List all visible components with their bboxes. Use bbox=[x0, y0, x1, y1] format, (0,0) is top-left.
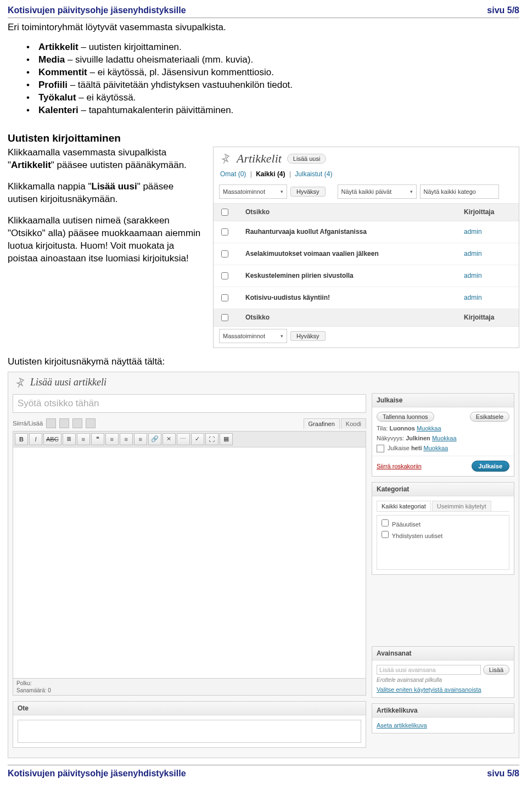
edit-schedule-link[interactable]: Muokkaa bbox=[424, 445, 448, 451]
strikethrough-button[interactable]: ABC bbox=[43, 433, 61, 445]
footer-page-number: sivu 5/8 bbox=[487, 769, 519, 779]
table-row: Rauhanturvaaja kuollut Afganistanissa ad… bbox=[214, 221, 519, 243]
publish-metabox: Julkaise Tallenna luonnos Esikatsele Til… bbox=[372, 393, 514, 477]
date-filter-select[interactable]: Näytä kaikki päivät▾ bbox=[338, 184, 417, 199]
apply-button-bottom[interactable]: Hyväksy bbox=[290, 331, 326, 341]
post-title-link[interactable]: Kotisivu-uudistus käyntiin! bbox=[245, 294, 330, 301]
tags-heading[interactable]: Avainsanat bbox=[372, 647, 514, 660]
categories-tab-all[interactable]: Kaikki kategoriat bbox=[377, 501, 431, 511]
publish-heading[interactable]: Julkaise bbox=[372, 394, 514, 407]
categories-list: Pääuutiset Yhdistysten uutiset bbox=[377, 515, 509, 570]
row-checkbox[interactable] bbox=[221, 294, 228, 301]
numbered-list-button[interactable]: ≡ bbox=[77, 433, 90, 445]
list-item: Media – sivuille ladattu oheismateriaali… bbox=[26, 54, 519, 65]
filter-all[interactable]: Kaikki (4) bbox=[256, 170, 285, 178]
row-checkbox[interactable] bbox=[221, 228, 228, 236]
footer-title: Kotisivujen päivitysohje jäsenyhdistyksi… bbox=[8, 769, 186, 779]
section-heading: Uutisten kirjoittaminen bbox=[8, 132, 519, 144]
filter-own[interactable]: Omat (0) bbox=[220, 170, 246, 178]
visual-tab[interactable]: Graafinen bbox=[304, 418, 340, 429]
categories-heading[interactable]: Kategoriat bbox=[372, 483, 514, 496]
paragraph: Klikkaamalla uutisen nimeä (sarakkeen "O… bbox=[8, 215, 205, 265]
row-checkbox[interactable] bbox=[221, 272, 228, 279]
category-checkbox[interactable] bbox=[382, 531, 389, 538]
excerpt-heading[interactable]: Ote bbox=[13, 702, 366, 715]
set-featured-image-link[interactable]: Aseta artikkelikuva bbox=[377, 722, 427, 729]
list-item: Artikkelit – uutisten kirjoittaminen. bbox=[26, 42, 519, 53]
table-row: Aselakimuutokset voimaan vaalien jälkeen… bbox=[214, 243, 519, 265]
featured-image-heading[interactable]: Artikkelikuva bbox=[372, 704, 514, 718]
post-title-link[interactable]: Keskusteleminen piirien sivustolla bbox=[245, 272, 354, 279]
save-draft-button[interactable]: Tallenna luonnos bbox=[377, 412, 434, 422]
add-new-button[interactable]: Lisää uusi bbox=[287, 154, 327, 164]
category-checkbox[interactable] bbox=[382, 519, 389, 527]
apply-button[interactable]: Hyväksy bbox=[290, 187, 326, 197]
author-link[interactable]: admin bbox=[464, 250, 482, 257]
spellcheck-button[interactable]: ✓ bbox=[191, 433, 204, 445]
add-media-icon[interactable] bbox=[86, 418, 96, 428]
post-content-editor[interactable] bbox=[13, 447, 366, 679]
list-item: Kommentit – ei käytössä, pl. Jäsensivun … bbox=[26, 67, 519, 78]
paragraph: Uutisten kirjoitusnäkymä näyttää tältä: bbox=[8, 356, 519, 368]
column-author[interactable]: Kirjoittaja bbox=[458, 203, 519, 221]
add-image-icon[interactable] bbox=[46, 418, 56, 428]
edit-visibility-link[interactable]: Muokkaa bbox=[432, 435, 457, 441]
pin-icon bbox=[14, 377, 26, 389]
excerpt-metabox: Ote bbox=[13, 701, 366, 748]
edit-status-link[interactable]: Muokkaa bbox=[417, 425, 441, 432]
category-filter-select[interactable]: Näytä kaikki katego bbox=[420, 184, 499, 199]
category-item[interactable]: Yhdistysten uutiset bbox=[379, 529, 507, 540]
category-item[interactable]: Pääuutiset bbox=[379, 518, 507, 528]
column-title-footer[interactable]: Otsikko bbox=[240, 309, 458, 326]
categories-tab-used[interactable]: Useimmin käytetyt bbox=[432, 501, 491, 511]
html-tab[interactable]: Koodi bbox=[341, 418, 366, 429]
bulk-actions-select-bottom[interactable]: Massatoiminnot▾ bbox=[219, 329, 287, 343]
popular-tags-link[interactable]: Valitse eniten käytetyistä avainsanoista bbox=[377, 686, 481, 693]
post-title-link[interactable]: Aselakimuutokset voimaan vaalien jälkeen bbox=[245, 250, 379, 257]
list-item: Profiili – täältä päivitetään yhdistykse… bbox=[26, 80, 519, 91]
select-all-checkbox-footer[interactable] bbox=[221, 314, 228, 321]
bold-button[interactable]: B bbox=[15, 433, 28, 445]
italic-button[interactable]: I bbox=[29, 433, 42, 445]
tags-hint: Erottele avainsanat pilkulla bbox=[377, 677, 509, 683]
fullscreen-button[interactable]: ⛶ bbox=[205, 433, 218, 445]
add-audio-icon[interactable] bbox=[72, 418, 82, 428]
move-to-trash-link[interactable]: Siirrä roskakoriin bbox=[377, 463, 422, 469]
add-tag-button[interactable]: Lisää bbox=[483, 665, 509, 675]
schedule-row: Julkaise heti Muokkaa bbox=[377, 445, 509, 452]
link-button[interactable]: 🔗 bbox=[148, 433, 161, 445]
tag-input[interactable]: Lisää uusi avainsana bbox=[377, 665, 481, 675]
align-center-button[interactable]: ≡ bbox=[120, 433, 133, 445]
post-title-link[interactable]: Rauhanturvaaja kuollut Afganistanissa bbox=[245, 228, 367, 236]
header-page-number: sivu 5/8 bbox=[487, 5, 519, 15]
author-link[interactable]: admin bbox=[464, 272, 482, 279]
preview-button[interactable]: Esikatsele bbox=[470, 412, 509, 422]
excerpt-textarea[interactable] bbox=[18, 720, 361, 743]
wp-articles-panel: Artikkelit Lisää uusi Omat (0) | Kaikki … bbox=[213, 147, 519, 348]
filter-published[interactable]: Julkaistut (4) bbox=[295, 170, 332, 178]
header-title: Kotisivujen päivitysohje jäsenyhdistyksi… bbox=[8, 5, 186, 15]
left-text-column: Klikkaamalla vasemmasta sivu­palkista "A… bbox=[8, 147, 205, 274]
column-author-footer[interactable]: Kirjoittaja bbox=[458, 309, 519, 326]
paragraph: Klikkaamalla vasemmasta sivu­palkista "A… bbox=[8, 147, 205, 172]
more-button[interactable]: ⋯ bbox=[177, 433, 190, 445]
select-all-checkbox[interactable] bbox=[221, 209, 228, 216]
bullet-list-button[interactable]: ≣ bbox=[63, 433, 76, 445]
column-title[interactable]: Otsikko bbox=[240, 203, 458, 221]
unlink-button[interactable]: ⨯ bbox=[162, 433, 176, 445]
post-title-input[interactable]: Syötä otsikko tähän bbox=[13, 394, 366, 413]
row-checkbox[interactable] bbox=[221, 250, 228, 257]
editor-heading: Lisää uusi artikkeli bbox=[30, 377, 106, 388]
align-right-button[interactable]: ≡ bbox=[134, 433, 147, 445]
page-footer: Kotisivujen päivitysohje jäsenyhdistyksi… bbox=[8, 765, 519, 781]
align-left-button[interactable]: ≡ bbox=[105, 433, 119, 445]
wp-editor-panel: Lisää uusi artikkeli Syötä otsikko tähän… bbox=[8, 372, 519, 758]
add-video-icon[interactable] bbox=[59, 418, 69, 428]
publish-button[interactable]: Julkaise bbox=[472, 461, 509, 472]
author-link[interactable]: admin bbox=[464, 294, 482, 301]
blockquote-button[interactable]: ❝ bbox=[91, 433, 104, 445]
page-header: Kotisivujen päivitysohje jäsenyhdistyksi… bbox=[8, 4, 519, 18]
bulk-actions-select[interactable]: Massatoiminnot▾ bbox=[219, 184, 287, 199]
author-link[interactable]: admin bbox=[464, 228, 482, 236]
kitchen-sink-button[interactable]: ▦ bbox=[220, 433, 233, 445]
